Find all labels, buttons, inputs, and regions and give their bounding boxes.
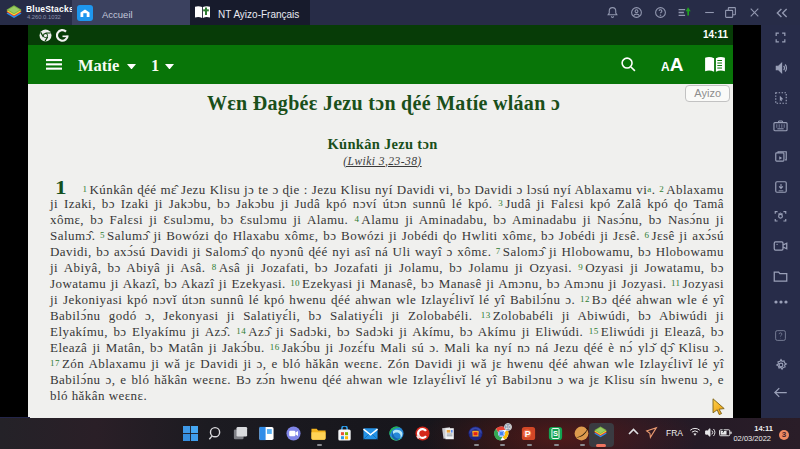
svg-text:P: P [525, 429, 531, 439]
svg-text:S: S [553, 429, 558, 438]
